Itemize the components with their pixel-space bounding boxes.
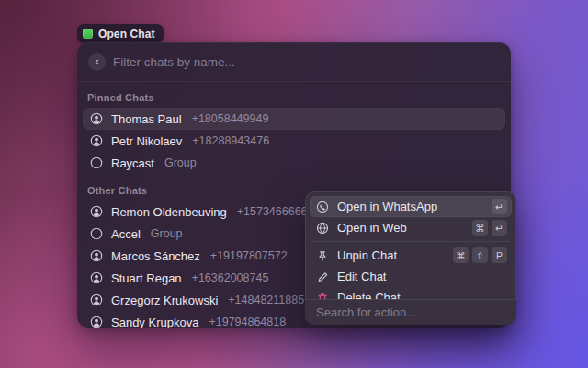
globe-icon	[316, 222, 329, 235]
chat-name: Marcos Sánchez	[111, 249, 200, 263]
chat-detail: +15734666665	[237, 205, 314, 218]
action-search-input[interactable]: Search for action...	[305, 299, 516, 325]
chat-detail: +16362008745	[192, 271, 269, 284]
menu-separator	[311, 241, 510, 242]
keycap: ↵	[492, 220, 507, 236]
chat-detail: +18288943476	[192, 134, 269, 147]
group-circle-icon	[90, 156, 103, 169]
keycap: ⌘	[472, 220, 488, 236]
action-label: Open in Web	[337, 221, 464, 235]
person-icon	[90, 249, 103, 262]
chat-detail: +14848211885	[228, 293, 304, 306]
keycap: ⇧	[472, 247, 488, 263]
keycap: P	[492, 247, 507, 263]
person-icon	[90, 316, 103, 328]
chat-name: Sandy Krupkova	[111, 316, 198, 328]
group-circle-icon	[90, 227, 103, 240]
whatsapp-icon	[316, 201, 329, 213]
action-menu-item[interactable]: Open in Web⌘↵	[310, 217, 512, 238]
keycap: ⌘	[453, 247, 469, 263]
open-chat-chip: Open Chat	[77, 24, 164, 43]
chat-detail: +19794864818	[209, 316, 286, 328]
chat-name: Thomas Paul	[111, 112, 182, 126]
chat-row[interactable]: RaycastGroup	[83, 152, 505, 174]
action-menu-item[interactable]: Unpin Chat⌘⇧P	[310, 245, 512, 266]
chat-name: Accel	[111, 227, 141, 241]
action-label: Open in WhatsApp	[337, 200, 483, 213]
action-label: Unpin Chat	[337, 248, 445, 262]
action-label: Edit Chat	[337, 270, 507, 283]
person-icon	[90, 134, 103, 147]
shortcut-keys: ↵	[492, 199, 507, 214]
search-bar: ‹ Filter chats by name...	[77, 42, 511, 82]
whatsapp-app-icon	[83, 29, 93, 39]
chat-detail: +18058449949	[192, 112, 269, 125]
keycap: ↵	[492, 199, 507, 214]
person-icon	[90, 205, 103, 218]
trash-icon	[316, 292, 329, 300]
shortcut-keys: ⌘↵	[472, 220, 507, 236]
chat-name: Stuart Regan	[111, 271, 182, 285]
chat-name: Grzegorz Krukowski	[111, 293, 218, 307]
search-input[interactable]: Filter chats by name...	[113, 55, 500, 69]
chat-detail: +19197807572	[210, 249, 288, 262]
action-label: Delete Chat	[337, 291, 507, 299]
chat-name: Raycast	[111, 156, 154, 170]
action-menu-item[interactable]: Open in WhatsApp↵	[310, 196, 512, 217]
chat-name: Remon Oldenbeuving	[111, 205, 227, 219]
action-menu-items: Open in WhatsApp↵Open in Web⌘↵Unpin Chat…	[305, 191, 516, 299]
pin-icon	[316, 249, 329, 262]
chat-detail: Group	[164, 156, 197, 169]
person-icon	[90, 271, 103, 284]
chat-detail: Group	[151, 227, 183, 240]
person-icon	[90, 112, 103, 125]
chat-name: Petr Nikolaev	[111, 134, 182, 148]
action-menu-item[interactable]: Delete Chat	[310, 287, 512, 299]
desktop-background: Open Chat ‹ Filter chats by name... Pinn…	[0, 0, 588, 368]
action-menu: Open in WhatsApp↵Open in Web⌘↵Unpin Chat…	[305, 191, 516, 325]
chat-row[interactable]: Thomas Paul+18058449949	[83, 108, 505, 130]
back-button[interactable]: ‹	[88, 53, 106, 71]
section-header: Pinned Chats	[83, 86, 505, 108]
person-icon	[90, 293, 103, 306]
chevron-left-icon: ‹	[95, 55, 98, 67]
pencil-icon	[316, 270, 329, 283]
action-menu-item[interactable]: Edit Chat	[310, 266, 512, 287]
chat-row[interactable]: Petr Nikolaev+18288943476	[83, 130, 505, 152]
open-chat-label: Open Chat	[98, 28, 155, 40]
shortcut-keys: ⌘⇧P	[453, 247, 507, 263]
